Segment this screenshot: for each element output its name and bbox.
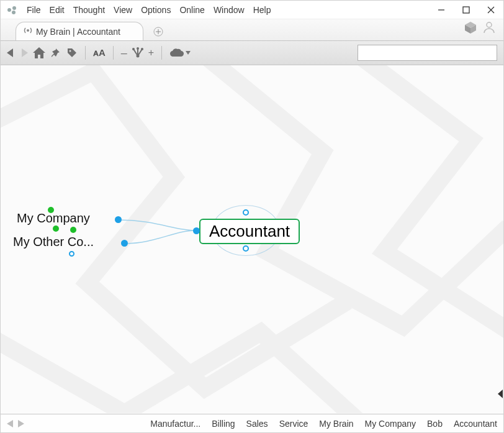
menu-help[interactable]: Help — [253, 5, 271, 15]
svg-point-1 — [12, 6, 16, 10]
maximize-button[interactable] — [454, 1, 479, 19]
green-badge — [53, 226, 59, 232]
nav-forward-button[interactable] — [20, 48, 28, 57]
breadcrumb-item[interactable]: Service — [279, 419, 308, 429]
new-tab-button[interactable] — [150, 23, 167, 40]
user-icon[interactable] — [482, 21, 496, 37]
home-button[interactable] — [33, 47, 45, 58]
svg-marker-17 — [33, 47, 45, 58]
add-button[interactable]: + — [148, 47, 154, 58]
svg-rect-4 — [463, 7, 469, 13]
related-thought[interactable]: My Company — [17, 211, 90, 226]
menu-window[interactable]: Window — [214, 5, 245, 15]
svg-marker-15 — [7, 48, 13, 57]
child-port[interactable] — [243, 245, 249, 252]
cloud-button[interactable] — [169, 48, 191, 58]
pin-button[interactable] — [50, 47, 61, 58]
menu-options[interactable]: Options — [141, 5, 171, 15]
layout-button[interactable] — [132, 47, 143, 58]
history-back-button[interactable] — [7, 420, 14, 427]
separator — [85, 46, 86, 60]
menubar: File Edit Thought View Options Online Wi… — [1, 1, 503, 19]
svg-point-2 — [12, 11, 16, 14]
separator — [113, 46, 114, 60]
svg-point-23 — [132, 48, 135, 50]
svg-point-24 — [141, 48, 143, 50]
breadcrumb-item[interactable]: Billing — [212, 419, 235, 429]
separator — [161, 46, 162, 60]
breadcrumb-item[interactable]: Accountant — [454, 419, 497, 429]
window-controls — [429, 1, 503, 19]
svg-marker-16 — [22, 48, 28, 57]
svg-marker-27 — [498, 390, 503, 398]
svg-marker-29 — [18, 420, 24, 427]
breadcrumb-item[interactable]: My Brain — [319, 419, 353, 429]
svg-point-7 — [27, 29, 29, 32]
breadcrumb-item[interactable]: Sales — [246, 419, 268, 429]
svg-point-0 — [7, 8, 11, 12]
menu-file[interactable]: File — [27, 5, 41, 15]
tab-active[interactable]: My Brain | Accountant — [16, 22, 143, 40]
panel-collapse-handle[interactable] — [497, 388, 503, 399]
parent-port[interactable] — [243, 209, 249, 216]
menu-thought[interactable]: Thought — [73, 5, 105, 15]
svg-point-22 — [136, 55, 139, 58]
child-port-hollow[interactable] — [69, 251, 74, 257]
search-input[interactable] — [358, 45, 497, 61]
menu-edit[interactable]: Edit — [50, 5, 65, 15]
app-icon — [6, 4, 18, 16]
link-dot[interactable] — [121, 240, 128, 247]
tag-button[interactable] — [66, 47, 78, 58]
plex-canvas[interactable]: Accountant My Company My Other Co... — [1, 65, 503, 413]
broadcast-icon — [24, 26, 32, 37]
green-badge — [70, 227, 76, 233]
toolbar: ᴀA – + — [1, 40, 503, 65]
collapse-button[interactable]: – — [121, 47, 127, 60]
history-forward-button[interactable] — [17, 420, 24, 427]
svg-point-18 — [70, 50, 71, 52]
svg-marker-26 — [186, 51, 191, 55]
related-thought[interactable]: My Other Co... — [13, 235, 94, 249]
jump-port[interactable] — [193, 227, 200, 234]
textsize-button[interactable]: ᴀA — [93, 47, 106, 58]
active-thought[interactable]: Accountant — [199, 219, 300, 244]
cube-icon[interactable] — [464, 21, 477, 37]
link-dot[interactable] — [115, 216, 122, 223]
svg-point-14 — [487, 22, 492, 27]
nav-back-button[interactable] — [7, 48, 14, 57]
close-button[interactable] — [479, 1, 503, 19]
menu-view[interactable]: View — [114, 5, 132, 15]
breadcrumb-item[interactable]: Bob — [427, 419, 443, 429]
svg-marker-28 — [7, 420, 13, 427]
breadcrumb-item[interactable]: My Company — [365, 419, 416, 429]
menu-online[interactable]: Online — [179, 5, 204, 15]
tab-label: My Brain | Accountant — [36, 27, 120, 37]
svg-point-25 — [137, 47, 139, 50]
statusbar: Manufactur... Billing Sales Service My B… — [1, 414, 503, 432]
minimize-button[interactable] — [429, 1, 454, 19]
tab-bar: My Brain | Accountant — [1, 19, 503, 40]
breadcrumb-item[interactable]: Manufactur... — [150, 419, 200, 429]
active-thought-label: Accountant — [209, 222, 290, 240]
